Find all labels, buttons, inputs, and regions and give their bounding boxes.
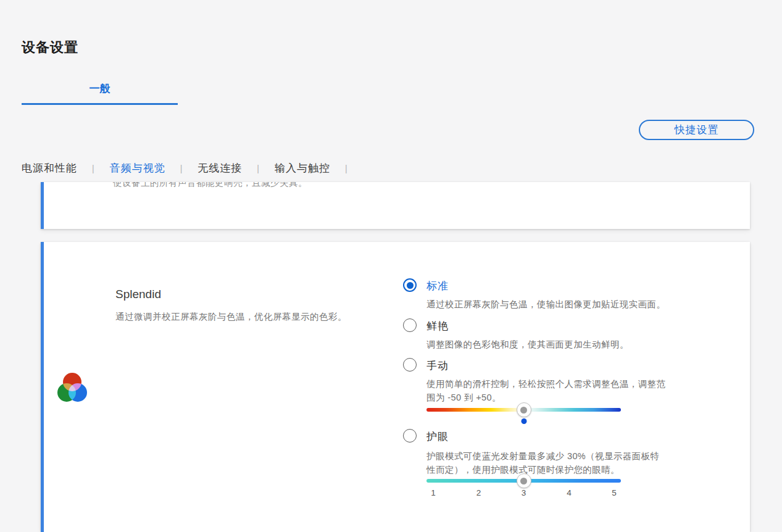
subnav: 电源和性能 | 音频与视觉 | 无线连接 | 输入与触控 |	[22, 161, 348, 175]
audio-card-partial: 使设备上的所有声音都能更响亮，且减少失真。	[41, 182, 750, 229]
default-position-dot	[521, 418, 526, 424]
subnav-separator: |	[345, 164, 348, 173]
eye-care-level-thumb[interactable]	[517, 473, 531, 488]
radio-manual-label[interactable]: 手动	[426, 359, 449, 373]
splendid-description: 通过微调并校正屏幕灰阶与色温，优化屏幕显示的色彩。	[115, 311, 347, 323]
audio-card-clipped-text: 使设备上的所有声音都能更响亮，且减少失真。	[113, 182, 307, 189]
subnav-item-wireless[interactable]: 无线连接	[198, 161, 242, 175]
subnav-item-input-touch[interactable]: 输入与触控	[275, 161, 330, 175]
subnav-separator: |	[180, 164, 183, 173]
subnav-separator: |	[257, 164, 260, 173]
radio-vivid[interactable]	[403, 318, 417, 332]
radio-standard[interactable]	[403, 278, 417, 292]
rgb-blue-circle	[69, 383, 87, 402]
radio-manual-description: 使用简单的滑杆控制，轻松按照个人需求调整色温，调整范围为 -50 到 +50。	[426, 377, 668, 404]
eye-care-level-slider[interactable]	[426, 473, 621, 489]
tick-label-2: 2	[476, 488, 481, 497]
subnav-separator: |	[92, 164, 95, 173]
radio-vivid-description: 调整图像的色彩饱和度，使其画面更加生动鲜明。	[426, 338, 668, 351]
color-temperature-slider[interactable]	[426, 402, 621, 418]
page-title: 设备设置	[22, 38, 78, 57]
splendid-card: Splendid 通过微调并校正屏幕灰阶与色温，优化屏幕显示的色彩。 标准 通过…	[41, 242, 750, 532]
tick-label-3: 3	[522, 488, 526, 497]
radio-manual[interactable]	[403, 358, 417, 372]
quick-settings-button[interactable]: 快捷设置	[639, 120, 754, 140]
rgb-color-circles-icon	[57, 373, 87, 402]
color-temperature-thumb[interactable]	[517, 402, 531, 417]
radio-standard-description: 通过校正屏幕灰阶与色温，使输出图像更加贴近现实画面。	[426, 297, 668, 311]
subnav-item-audio-visual[interactable]: 音频与视觉	[110, 161, 165, 175]
splendid-title: Splendid	[115, 288, 161, 301]
radio-vivid-label[interactable]: 鲜艳	[426, 319, 449, 333]
radio-standard-label[interactable]: 标准	[426, 279, 449, 293]
tick-label-5: 5	[612, 488, 617, 497]
subnav-item-power-performance[interactable]: 电源和性能	[22, 161, 77, 175]
tick-label-1: 1	[431, 488, 436, 497]
radio-eyecare-label[interactable]: 护眼	[426, 430, 449, 444]
tick-label-4: 4	[567, 488, 572, 497]
device-settings-page: 设备设置 一般 快捷设置 电源和性能 | 音频与视觉 | 无线连接 | 输入与触…	[0, 0, 782, 532]
eye-care-tick-labels: 1 2 3 4 5	[426, 488, 621, 498]
tab-general[interactable]: 一般	[22, 81, 178, 105]
radio-eyecare[interactable]	[403, 429, 417, 443]
